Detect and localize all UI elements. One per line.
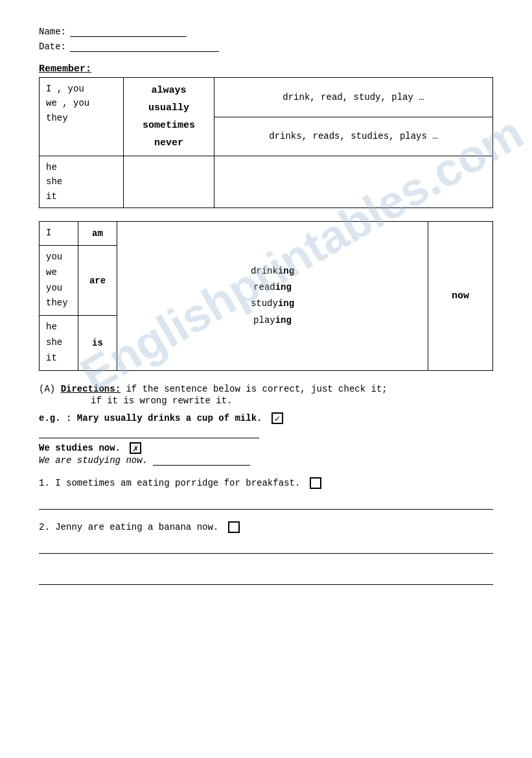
ex1-write-line[interactable]: [39, 498, 493, 510]
ex2-write-line[interactable]: [39, 542, 493, 554]
directions-section: (A) Directions: if the sentence below is…: [39, 384, 493, 466]
eg-wrong-row: We studies now. ✗: [39, 442, 493, 454]
remember-pronouns-group2: hesheit: [40, 156, 124, 208]
wrong-sentence: We studies now.: [39, 442, 121, 453]
name-field[interactable]: [70, 26, 187, 37]
ex1-sentence: I sometimes am eating porridge for break…: [55, 477, 300, 488]
correction-text: We are studying now.: [39, 455, 148, 466]
eg-checkbox: ✓: [272, 412, 283, 424]
tobe-pron-he-she: hesheit: [40, 316, 78, 370]
ex2-write-line2[interactable]: [39, 573, 493, 585]
ex1-number: 1.: [39, 477, 50, 488]
ex2-number: 2.: [39, 521, 50, 532]
eg-label: e.g. :: [39, 412, 71, 423]
date-label: Date:: [39, 41, 66, 52]
directions-part: (A): [39, 384, 55, 394]
ex2-sentence: Jenny are eating a banana now.: [55, 521, 218, 532]
eg-write-line-row: [39, 427, 493, 438]
directions-line2: if it is wrong rewrite it.: [39, 396, 493, 406]
ex1-checkbox[interactable]: [310, 477, 321, 489]
tobe-verb-are: are: [78, 245, 117, 315]
tobe-pron-I: I: [40, 222, 78, 246]
remember-verb2: drinks, reads, studies, plays …: [214, 117, 493, 156]
wrong-checkbox: ✗: [130, 442, 141, 454]
directions-line1: (A) Directions: if the sentence below is…: [39, 384, 493, 394]
remember-label: Remember:: [39, 64, 493, 75]
ex2-checkbox[interactable]: [228, 521, 240, 533]
tobe-ing-verbs: drinking reading studying playing: [117, 222, 428, 370]
remember-adverbs: alwaysusuallysometimesnever: [124, 78, 214, 156]
directions-text1: if the sentence below is correct, just c…: [126, 384, 387, 394]
date-field[interactable]: [70, 41, 219, 52]
eg-sentence: Mary usually drinks a cup of milk.: [77, 412, 262, 423]
name-row: Name:: [39, 26, 493, 37]
directions-text2: if it is wrong rewrite it.: [91, 396, 232, 406]
exercise-2: 2. Jenny are eating a banana now.: [39, 521, 493, 533]
remember-pronouns-group1: I , youwe , youthey: [40, 78, 124, 156]
correction-row: We are studying now.: [39, 455, 493, 466]
eg-correct-row: e.g. : Mary usually drinks a cup of milk…: [39, 412, 493, 424]
tobe-verb-am: am: [78, 222, 117, 246]
correction-underline: [153, 455, 250, 466]
remember-table: I , youwe , youthey alwaysusuallysometim…: [39, 77, 493, 208]
eg-write-line[interactable]: [39, 427, 259, 438]
directions-label: Directions:: [61, 384, 121, 394]
exercise-1: 1. I sometimes am eating porridge for br…: [39, 477, 493, 489]
tobe-table: I am drinking reading studying playing n…: [39, 221, 493, 370]
tobe-verb-is: is: [78, 316, 117, 370]
tobe-now: now: [428, 222, 493, 370]
name-label: Name:: [39, 27, 66, 37]
date-row: Date:: [39, 41, 493, 52]
tobe-pron-you-we: youweyouthey: [40, 245, 78, 315]
remember-verb1: drink, read, study, play …: [214, 78, 493, 117]
example-block: e.g. : Mary usually drinks a cup of milk…: [39, 412, 493, 466]
